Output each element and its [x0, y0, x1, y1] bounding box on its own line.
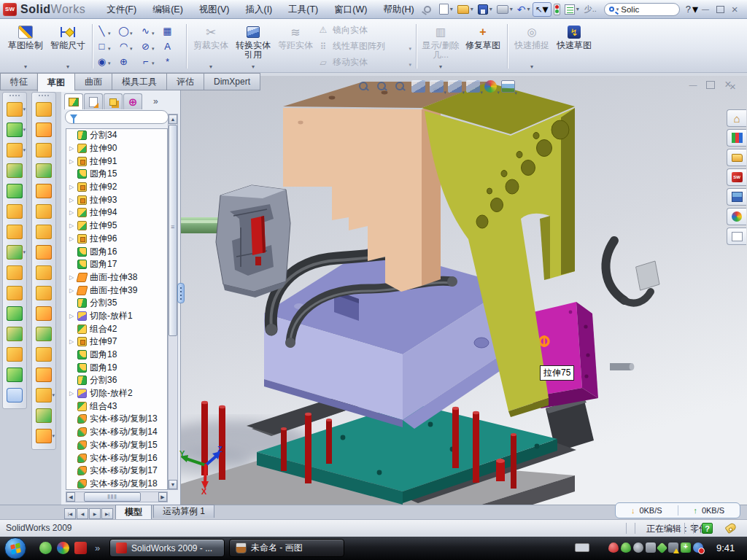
feature-tree-item[interactable]: 拉伸95 [66, 219, 167, 233]
rapid-sketch-button[interactable]: ↯ 快速草图 [553, 21, 595, 71]
expand-arrow-icon[interactable] [69, 287, 77, 294]
quick-launch-icon[interactable] [74, 542, 87, 554]
sketch-entity-button[interactable]: ⊘ [139, 40, 161, 53]
feature-tree-item[interactable]: 圆角19 [66, 361, 167, 374]
feature-tree-item[interactable]: 圆角16 [66, 245, 167, 258]
surface-tool-button[interactable] [32, 324, 55, 344]
menu-item[interactable]: 视图(V) [191, 1, 238, 18]
undo-button[interactable]: ↶▾ [516, 2, 532, 17]
pattern-tool-button[interactable]: ⚠ 镜向实体 [317, 23, 413, 37]
scroll-down-icon[interactable]: ▼ [169, 480, 177, 489]
task-pane-tab[interactable] [727, 228, 746, 245]
feature-tool-button[interactable] [3, 344, 26, 365]
feature-tree-item[interactable]: 分割36 [66, 374, 167, 387]
command-tab[interactable]: 曲面 [74, 73, 112, 90]
tray-icon[interactable] [621, 542, 631, 553]
surface-tool-button[interactable] [32, 262, 55, 283]
expand-arrow-icon[interactable] [69, 390, 77, 397]
surface-tool-button[interactable] [32, 365, 55, 385]
sketch-entity-button[interactable]: A [161, 41, 183, 52]
surface-tool-button[interactable] [32, 140, 55, 160]
sketch-button[interactable]: 草图绘制▾ [4, 21, 47, 71]
feature-manager-tab[interactable] [64, 93, 83, 109]
start-button[interactable] [4, 537, 26, 559]
surface-tool-button[interactable] [32, 283, 55, 303]
print-button[interactable]: ▾ [495, 2, 514, 17]
feature-tree-item[interactable]: 实体-移动/复制16 [66, 451, 167, 464]
sketch-entity-button[interactable]: ◠ [117, 40, 139, 53]
search-box[interactable]: ▾Solic [604, 3, 680, 16]
first-tab-icon[interactable] [64, 508, 76, 519]
tree-horizontal-scrollbar[interactable]: ◀ ⦀⦀⦀ ▶ [66, 491, 168, 502]
sketch-entity-button[interactable]: ⊕ [117, 56, 139, 67]
doc-restore-button[interactable] [702, 79, 719, 90]
feature-tree-item[interactable]: 拉伸94 [66, 206, 167, 219]
surface-tool-button[interactable] [32, 160, 55, 181]
sketch-entity-button[interactable]: □ [96, 40, 117, 53]
configuration-manager-tab[interactable] [104, 93, 123, 109]
expand-arrow-icon[interactable] [69, 209, 77, 216]
feature-tree-item[interactable]: 曲面-拉伸38 [66, 271, 167, 284]
feature-tool-button[interactable] [3, 201, 26, 222]
command-tab[interactable]: 模具工具 [112, 73, 166, 90]
quick-launch-icon[interactable] [57, 542, 69, 554]
view-tool-button[interactable] [357, 80, 371, 93]
feature-tool-button[interactable] [3, 324, 26, 344]
feature-tool-button[interactable] [3, 99, 26, 120]
prev-tab-icon[interactable] [77, 508, 88, 519]
task-pane-tab[interactable] [727, 129, 746, 147]
panel-splitter-handle[interactable] [177, 283, 185, 303]
task-pane-tab[interactable] [727, 149, 746, 166]
scroll-thumb[interactable]: ⦀⦀⦀ [84, 492, 141, 502]
options-button[interactable]: ▾ [563, 2, 581, 17]
tray-icon[interactable] [646, 542, 656, 553]
expand-arrow-icon[interactable] [69, 338, 77, 345]
feature-tree-item[interactable]: 分割35 [66, 297, 167, 310]
sketch-entity-button[interactable]: ∿ [139, 25, 161, 38]
feature-tree-item[interactable]: 拉伸96 [66, 233, 167, 246]
property-manager-tab[interactable] [84, 93, 103, 109]
minimize-button[interactable] [698, 4, 713, 15]
view-tool-button[interactable] [484, 80, 497, 93]
command-tab[interactable]: 草图 [37, 73, 74, 92]
expand-arrow-icon[interactable] [69, 145, 77, 152]
feature-tree-item[interactable]: 切除-放样1 [66, 310, 167, 323]
expand-arrow-icon[interactable] [69, 197, 77, 203]
command-tab[interactable]: 特征 [0, 73, 37, 90]
feature-tool-button[interactable] [3, 385, 26, 405]
feature-tree-item[interactable]: 切除-放样2 [66, 387, 167, 400]
graphics-viewport[interactable] [175, 76, 747, 505]
quick-launch-overflow-icon[interactable]: » [95, 542, 100, 553]
offset-entities-button[interactable]: ≋ 等距实体 [274, 21, 317, 71]
feature-tool-button[interactable] [3, 120, 26, 140]
document-tab[interactable]: 运动算例 1 [153, 505, 214, 518]
feature-tree-item[interactable]: 拉伸93 [66, 193, 167, 206]
expand-arrow-icon[interactable] [69, 236, 77, 242]
panel-overflow-chevron[interactable]: » [153, 96, 158, 106]
command-tab[interactable]: 评估 [166, 73, 204, 90]
expand-arrow-icon[interactable] [69, 158, 77, 165]
feature-tree-item[interactable]: 分割34 [66, 129, 167, 142]
sketch-entity-button[interactable]: ╲ [96, 25, 117, 38]
expand-arrow-icon[interactable] [69, 313, 77, 319]
pin-icon[interactable] [424, 6, 431, 13]
expand-arrow-icon[interactable] [69, 274, 77, 281]
expand-arrow-icon[interactable] [69, 222, 77, 229]
tag-icon[interactable] [724, 522, 737, 534]
feature-tool-button[interactable] [3, 222, 26, 242]
feature-tree-item[interactable]: 组合43 [66, 400, 167, 413]
scroll-left-icon[interactable]: ◀ [66, 492, 75, 502]
dimxpert-manager-tab[interactable]: ⊕ [123, 93, 142, 109]
surface-tool-button[interactable] [32, 242, 55, 262]
tray-icon[interactable] [681, 542, 691, 553]
surface-tool-button[interactable] [32, 426, 55, 446]
view-tool-button[interactable] [430, 80, 444, 93]
menu-item[interactable]: 帮助(H) [375, 1, 422, 18]
feature-tree-item[interactable]: 圆角17 [66, 258, 167, 271]
task-pane-tab[interactable] [727, 168, 746, 186]
smart-dimension-button[interactable]: 智能尺寸▾ [47, 21, 89, 71]
repair-sketch-button[interactable]: + 修复草图 [462, 21, 504, 71]
menu-item[interactable]: 编辑(E) [144, 1, 191, 18]
document-tab[interactable]: 模型 [115, 505, 152, 519]
feature-tree-item[interactable]: 组合42 [66, 322, 167, 335]
